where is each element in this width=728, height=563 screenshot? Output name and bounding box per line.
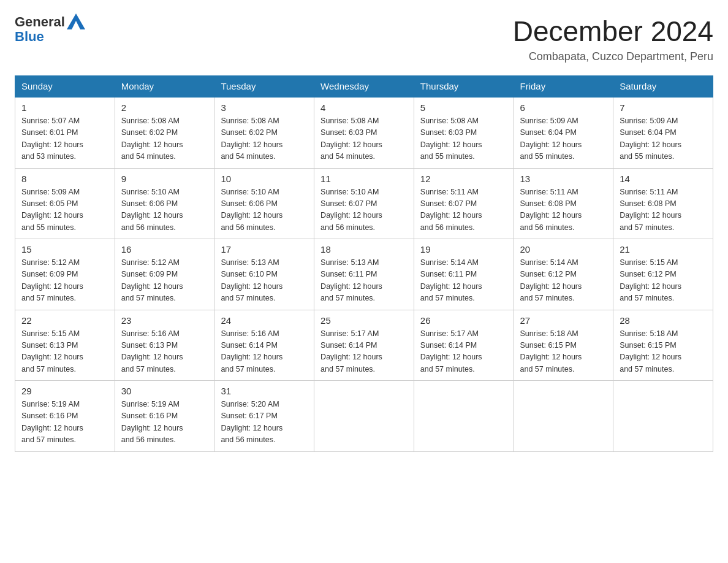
day-number: 26 <box>420 315 507 326</box>
header-row: Sunday Monday Tuesday Wednesday Thursday… <box>15 76 713 98</box>
calendar-body: 1Sunrise: 5:07 AMSunset: 6:01 PMDaylight… <box>15 97 713 451</box>
day-info: Sunrise: 5:11 AMSunset: 6:07 PMDaylight:… <box>420 186 507 234</box>
day-number: 27 <box>520 315 607 326</box>
day-info: Sunrise: 5:14 AMSunset: 6:11 PMDaylight:… <box>420 257 507 305</box>
day-info: Sunrise: 5:16 AMSunset: 6:14 PMDaylight:… <box>221 328 308 376</box>
day-number: 19 <box>420 244 507 255</box>
calendar-week-row: 29Sunrise: 5:19 AMSunset: 6:16 PMDayligh… <box>15 381 713 452</box>
col-monday: Monday <box>115 76 214 98</box>
calendar-cell: 20Sunrise: 5:14 AMSunset: 6:12 PMDayligh… <box>514 239 613 310</box>
calendar-cell: 19Sunrise: 5:14 AMSunset: 6:11 PMDayligh… <box>414 239 514 310</box>
day-info: Sunrise: 5:16 AMSunset: 6:13 PMDaylight:… <box>121 328 208 376</box>
calendar-week-row: 8Sunrise: 5:09 AMSunset: 6:05 PMDaylight… <box>15 168 713 239</box>
day-number: 16 <box>121 244 208 255</box>
day-number: 13 <box>520 174 607 184</box>
day-info: Sunrise: 5:11 AMSunset: 6:08 PMDaylight:… <box>520 186 607 234</box>
day-number: 22 <box>21 315 108 326</box>
calendar-cell: 8Sunrise: 5:09 AMSunset: 6:05 PMDaylight… <box>15 168 115 239</box>
day-info: Sunrise: 5:08 AMSunset: 6:03 PMDaylight:… <box>320 115 408 163</box>
col-tuesday: Tuesday <box>214 76 314 98</box>
day-number: 6 <box>520 102 607 113</box>
calendar-week-row: 1Sunrise: 5:07 AMSunset: 6:01 PMDaylight… <box>15 97 713 168</box>
day-info: Sunrise: 5:11 AMSunset: 6:08 PMDaylight:… <box>620 186 707 234</box>
day-info: Sunrise: 5:09 AMSunset: 6:05 PMDaylight:… <box>21 186 108 234</box>
day-number: 21 <box>620 244 707 255</box>
day-number: 18 <box>320 244 408 255</box>
logo-general-text: General <box>15 15 65 29</box>
calendar-cell <box>414 381 514 452</box>
col-friday: Friday <box>514 76 613 98</box>
day-info: Sunrise: 5:17 AMSunset: 6:14 PMDaylight:… <box>420 328 507 376</box>
day-info: Sunrise: 5:12 AMSunset: 6:09 PMDaylight:… <box>21 257 108 305</box>
calendar-cell: 18Sunrise: 5:13 AMSunset: 6:11 PMDayligh… <box>314 239 414 310</box>
logo-blue-text: Blue <box>15 29 44 44</box>
day-info: Sunrise: 5:10 AMSunset: 6:07 PMDaylight:… <box>320 186 408 234</box>
day-number: 15 <box>21 244 108 255</box>
day-info: Sunrise: 5:15 AMSunset: 6:12 PMDaylight:… <box>620 257 707 305</box>
day-info: Sunrise: 5:13 AMSunset: 6:10 PMDaylight:… <box>221 257 308 305</box>
calendar-cell: 14Sunrise: 5:11 AMSunset: 6:08 PMDayligh… <box>613 168 713 239</box>
day-info: Sunrise: 5:20 AMSunset: 6:17 PMDaylight:… <box>221 399 308 446</box>
calendar-week-row: 22Sunrise: 5:15 AMSunset: 6:13 PMDayligh… <box>15 310 713 381</box>
day-number: 7 <box>620 102 707 113</box>
day-number: 1 <box>21 102 108 113</box>
day-number: 25 <box>320 315 408 326</box>
calendar-header: Sunday Monday Tuesday Wednesday Thursday… <box>15 76 713 98</box>
calendar-cell: 11Sunrise: 5:10 AMSunset: 6:07 PMDayligh… <box>314 168 414 239</box>
day-number: 11 <box>320 174 408 184</box>
location-title: Combapata, Cuzco Department, Peru <box>513 50 713 63</box>
calendar-cell: 16Sunrise: 5:12 AMSunset: 6:09 PMDayligh… <box>115 239 214 310</box>
calendar-cell: 12Sunrise: 5:11 AMSunset: 6:07 PMDayligh… <box>414 168 514 239</box>
calendar-week-row: 15Sunrise: 5:12 AMSunset: 6:09 PMDayligh… <box>15 239 713 310</box>
col-wednesday: Wednesday <box>314 76 414 98</box>
calendar-cell: 7Sunrise: 5:09 AMSunset: 6:04 PMDaylight… <box>613 97 713 168</box>
day-info: Sunrise: 5:08 AMSunset: 6:02 PMDaylight:… <box>221 115 308 163</box>
page-header: General Blue December 2024 Combapata, Cu… <box>15 15 713 63</box>
day-info: Sunrise: 5:18 AMSunset: 6:15 PMDaylight:… <box>620 328 707 376</box>
day-number: 30 <box>121 386 208 396</box>
calendar-cell: 9Sunrise: 5:10 AMSunset: 6:06 PMDaylight… <box>115 168 214 239</box>
day-info: Sunrise: 5:07 AMSunset: 6:01 PMDaylight:… <box>21 115 108 163</box>
calendar-cell: 10Sunrise: 5:10 AMSunset: 6:06 PMDayligh… <box>214 168 314 239</box>
day-number: 3 <box>221 102 308 113</box>
calendar-cell: 22Sunrise: 5:15 AMSunset: 6:13 PMDayligh… <box>15 310 115 381</box>
calendar-cell <box>514 381 613 452</box>
calendar-cell: 26Sunrise: 5:17 AMSunset: 6:14 PMDayligh… <box>414 310 514 381</box>
day-number: 12 <box>420 174 507 184</box>
day-number: 9 <box>121 174 208 184</box>
calendar-cell: 31Sunrise: 5:20 AMSunset: 6:17 PMDayligh… <box>214 381 314 452</box>
calendar-cell: 23Sunrise: 5:16 AMSunset: 6:13 PMDayligh… <box>115 310 214 381</box>
day-info: Sunrise: 5:19 AMSunset: 6:16 PMDaylight:… <box>121 399 208 446</box>
calendar-cell: 2Sunrise: 5:08 AMSunset: 6:02 PMDaylight… <box>115 97 214 168</box>
calendar-cell: 17Sunrise: 5:13 AMSunset: 6:10 PMDayligh… <box>214 239 314 310</box>
calendar-cell: 27Sunrise: 5:18 AMSunset: 6:15 PMDayligh… <box>514 310 613 381</box>
day-info: Sunrise: 5:13 AMSunset: 6:11 PMDaylight:… <box>320 257 408 305</box>
day-info: Sunrise: 5:19 AMSunset: 6:16 PMDaylight:… <box>21 399 108 446</box>
calendar-cell: 3Sunrise: 5:08 AMSunset: 6:02 PMDaylight… <box>214 97 314 168</box>
day-info: Sunrise: 5:14 AMSunset: 6:12 PMDaylight:… <box>520 257 607 305</box>
day-info: Sunrise: 5:17 AMSunset: 6:14 PMDaylight:… <box>320 328 408 376</box>
day-info: Sunrise: 5:09 AMSunset: 6:04 PMDaylight:… <box>520 115 607 163</box>
month-title: December 2024 <box>513 15 713 48</box>
col-thursday: Thursday <box>414 76 514 98</box>
calendar-cell: 29Sunrise: 5:19 AMSunset: 6:16 PMDayligh… <box>15 381 115 452</box>
calendar-cell: 1Sunrise: 5:07 AMSunset: 6:01 PMDaylight… <box>15 97 115 168</box>
day-info: Sunrise: 5:10 AMSunset: 6:06 PMDaylight:… <box>121 186 208 234</box>
day-number: 31 <box>221 386 308 396</box>
calendar-cell: 21Sunrise: 5:15 AMSunset: 6:12 PMDayligh… <box>613 239 713 310</box>
day-number: 23 <box>121 315 208 326</box>
day-number: 28 <box>620 315 707 326</box>
col-saturday: Saturday <box>613 76 713 98</box>
day-info: Sunrise: 5:08 AMSunset: 6:03 PMDaylight:… <box>420 115 507 163</box>
calendar-cell: 13Sunrise: 5:11 AMSunset: 6:08 PMDayligh… <box>514 168 613 239</box>
calendar-table: Sunday Monday Tuesday Wednesday Thursday… <box>15 75 713 452</box>
calendar-cell: 28Sunrise: 5:18 AMSunset: 6:15 PMDayligh… <box>613 310 713 381</box>
calendar-cell: 24Sunrise: 5:16 AMSunset: 6:14 PMDayligh… <box>214 310 314 381</box>
day-number: 4 <box>320 102 408 113</box>
calendar-cell <box>613 381 713 452</box>
calendar-cell <box>314 381 414 452</box>
calendar-cell: 15Sunrise: 5:12 AMSunset: 6:09 PMDayligh… <box>15 239 115 310</box>
title-block: December 2024 Combapata, Cuzco Departmen… <box>513 15 713 63</box>
col-sunday: Sunday <box>15 76 115 98</box>
day-number: 20 <box>520 244 607 255</box>
